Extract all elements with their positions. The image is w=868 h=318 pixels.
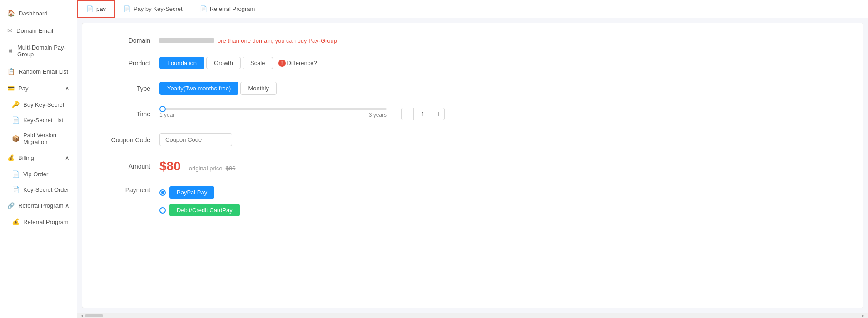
difference-link[interactable]: ! Difference?	[278, 60, 317, 67]
amount-row: Amount $80 original price: $96	[100, 159, 845, 174]
coupon-label: Coupon Code	[100, 136, 159, 144]
paypal-pay-button[interactable]: PayPal Pay	[169, 186, 214, 199]
tab-pay-by-key-secret[interactable]: 📄 Pay by Key-Secret	[115, 0, 191, 18]
counter-decrement-button[interactable]: −	[401, 108, 414, 120]
slider-track[interactable]	[159, 108, 387, 110]
card-pay-button[interactable]: Debit/Credit CardPay	[169, 204, 240, 216]
time-counter: − 1 +	[401, 108, 445, 120]
slider-container: 1 year 3 years	[159, 108, 387, 120]
coupon-row: Coupon Code	[100, 133, 845, 146]
amount-price: $80	[159, 159, 181, 174]
package-icon: 📦	[12, 135, 20, 142]
domain-row: Domain ore than one domain, you can buy …	[100, 37, 845, 44]
product-btn-group: Foundation Growth Scale ! Difference?	[159, 57, 317, 69]
counter-increment-button[interactable]: +	[432, 108, 445, 120]
sidebar-item-domain-email[interactable]: ✉ Domain Email	[0, 22, 77, 39]
sidebar-item-vip-order[interactable]: 📄 Vip Order	[5, 166, 77, 182]
sidebar-item-buy-key-secret[interactable]: 🔑 Buy Key-Secret	[5, 97, 77, 112]
payment-label: Payment	[100, 186, 159, 194]
doc-icon: 📄	[12, 116, 20, 124]
tab-referral-program[interactable]: 📄 Referral Program	[191, 0, 264, 18]
original-price: original price: $96	[189, 165, 236, 172]
sidebar-item-key-secret-list[interactable]: 📄 Key-Secret List	[5, 112, 77, 128]
pay-icon: 💳	[7, 85, 15, 92]
time-label: Time	[100, 110, 159, 118]
sidebar-section-referral[interactable]: 🔗 Referral Program ∧	[0, 197, 77, 214]
monitor-icon: 🖥	[7, 47, 14, 55]
card-radio[interactable]	[159, 207, 166, 214]
sidebar-item-random-email[interactable]: 📋 Random Email List	[0, 63, 77, 80]
type-row: Type Yearly(Two months free) Monthly	[100, 82, 845, 95]
pay-tab-icon: 📄	[86, 5, 94, 12]
amount-label: Amount	[100, 163, 159, 170]
difference-icon: !	[278, 60, 286, 67]
payment-option-card: Debit/Credit CardPay	[159, 204, 240, 216]
top-tabs: 📄 pay 📄 Pay by Key-Secret 📄 Referral Pro…	[77, 0, 868, 18]
referral-icon: 🔗	[7, 202, 15, 209]
product-row: Product Foundation Growth Scale ! Differ…	[100, 57, 845, 69]
counter-value: 1	[414, 108, 432, 120]
scrollbar-handle[interactable]	[85, 314, 103, 317]
domain-label: Domain	[100, 37, 159, 44]
referral-sub-icon: 💰	[12, 218, 20, 225]
type-monthly-button[interactable]: Monthly	[240, 82, 277, 95]
sidebar-section-pay[interactable]: 💳 Pay ∧	[0, 80, 77, 97]
chevron-up-icon-referral: ∧	[65, 202, 69, 209]
type-label: Type	[100, 85, 159, 92]
main-area: 📄 pay 📄 Pay by Key-Secret 📄 Referral Pro…	[77, 0, 868, 318]
product-label: Product	[100, 60, 159, 67]
key-icon: 🔑	[12, 101, 20, 108]
product-foundation-button[interactable]: Foundation	[159, 57, 204, 69]
paypal-radio[interactable]	[159, 189, 166, 196]
domain-link[interactable]: ore than one domain, you can buy Pay-Gro…	[218, 37, 337, 44]
home-icon: 🏠	[7, 10, 15, 17]
time-row: Time 1 year 3 years − 1 +	[100, 108, 845, 120]
order-icon: 📄	[12, 186, 20, 193]
email-icon: ✉	[7, 27, 13, 34]
list-icon: 📋	[7, 68, 15, 75]
slider-thumb[interactable]	[159, 106, 166, 112]
amount-display: $80 original price: $96	[159, 159, 235, 174]
vip-icon: 📄	[12, 170, 20, 178]
sidebar-item-multi-domain[interactable]: 🖥 Multi-Domain Pay-Group	[0, 39, 77, 63]
payment-row: Payment PayPal Pay Debit/Credit CardPay	[100, 186, 845, 216]
domain-bar: ore than one domain, you can buy Pay-Gro…	[159, 37, 337, 44]
payment-option-paypal: PayPal Pay	[159, 186, 240, 199]
scroll-left-arrow[interactable]: ◂	[79, 313, 85, 318]
chevron-up-icon: ∧	[65, 85, 69, 92]
sidebar-section-billing[interactable]: 💰 Billing ∧	[0, 149, 77, 166]
type-btn-group: Yearly(Two months free) Monthly	[159, 82, 277, 95]
sidebar-item-dashboard[interactable]: 🏠 Dashboard	[0, 5, 77, 22]
domain-placeholder-bar	[159, 38, 214, 43]
sidebar: 🏠 Dashboard ✉ Domain Email 🖥 Multi-Domai…	[0, 0, 77, 318]
horizontal-scrollbar[interactable]: ◂ ▸	[77, 313, 868, 318]
product-scale-button[interactable]: Scale	[243, 57, 273, 69]
product-growth-button[interactable]: Growth	[206, 57, 241, 69]
coupon-input[interactable]	[159, 133, 232, 146]
slider-row	[159, 108, 387, 110]
key-secret-tab-icon: 📄	[124, 5, 131, 12]
sidebar-item-referral-program[interactable]: 💰 Referral Program	[5, 214, 77, 229]
sidebar-item-key-secret-order[interactable]: 📄 Key-Secret Order	[5, 182, 77, 197]
payment-options: PayPal Pay Debit/Credit CardPay	[159, 186, 240, 216]
scroll-right-arrow[interactable]: ▸	[860, 313, 866, 318]
slider-labels: 1 year 3 years	[159, 110, 387, 120]
type-yearly-button[interactable]: Yearly(Two months free)	[159, 82, 238, 95]
sidebar-sub-billing: 📄 Vip Order 📄 Key-Secret Order	[0, 166, 77, 197]
sidebar-item-paid-version[interactable]: 📦 Paid Version Migration	[5, 128, 77, 149]
sidebar-sub-pay: 🔑 Buy Key-Secret 📄 Key-Secret List 📦 Pai…	[0, 97, 77, 149]
chevron-up-icon-billing: ∧	[65, 154, 69, 161]
referral-tab-icon: 📄	[200, 5, 207, 12]
content-area: Domain ore than one domain, you can buy …	[82, 23, 863, 308]
sidebar-sub-referral: 💰 Referral Program	[0, 214, 77, 229]
billing-icon: 💰	[7, 154, 15, 161]
tab-pay[interactable]: 📄 pay	[77, 0, 115, 18]
